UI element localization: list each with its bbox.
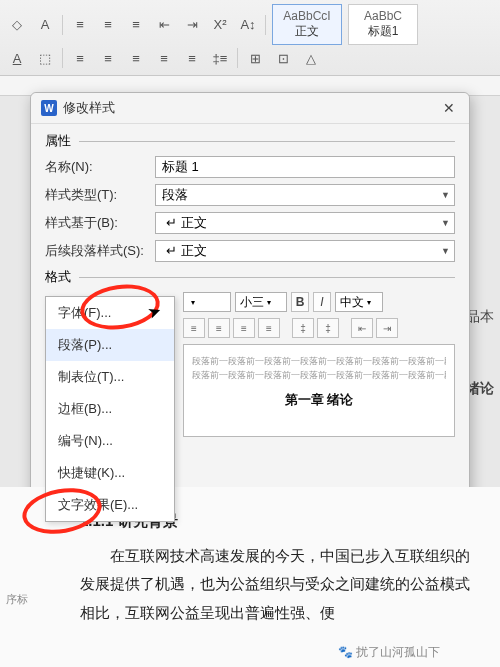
- behind-text-2: 绪论: [466, 380, 494, 398]
- type-label: 样式类型(T):: [45, 186, 155, 204]
- linespacing-icon[interactable]: ‡≡: [209, 48, 231, 68]
- showmarks-icon[interactable]: A↕: [237, 15, 259, 35]
- section-format: 格式: [45, 268, 455, 286]
- indent-inc-btn[interactable]: ⇥: [376, 318, 398, 338]
- multilevel-icon[interactable]: ≡: [125, 15, 147, 35]
- menu-numbering[interactable]: 编号(N)...: [46, 425, 174, 457]
- align-left-icon[interactable]: ≡: [69, 48, 91, 68]
- align-justify-icon[interactable]: ≡: [153, 48, 175, 68]
- bullets-icon[interactable]: ≡: [69, 15, 91, 35]
- spacing-after-btn[interactable]: ‡: [317, 318, 339, 338]
- align-right-btn[interactable]: ≡: [233, 318, 255, 338]
- font-combo[interactable]: ▾: [183, 292, 231, 312]
- next-label: 后续段落样式(S):: [45, 242, 155, 260]
- style-chip-heading1[interactable]: AaBbC 标题1: [348, 4, 418, 45]
- menu-tabs[interactable]: 制表位(T)...: [46, 361, 174, 393]
- menu-paragraph[interactable]: 段落(P)...: [46, 329, 174, 361]
- ribbon-toolbar: ◇ A ≡ ≡ ≡ ⇤ ⇥ X² A↕ AaBbCcI 正文 AaBbC 标题1…: [0, 0, 500, 76]
- italic-button[interactable]: I: [313, 292, 331, 312]
- align-left-btn[interactable]: ≡: [183, 318, 205, 338]
- align-justify-btn[interactable]: ≡: [258, 318, 280, 338]
- menu-texteffect[interactable]: 文字效果(E)...: [46, 489, 174, 521]
- numbering-icon[interactable]: ≡: [97, 15, 119, 35]
- modify-style-dialog: W 修改样式 ✕ 属性 名称(N): 样式类型(T): 段落▼ 样式基于(B):…: [30, 92, 470, 552]
- highlight-icon[interactable]: A: [34, 15, 56, 35]
- shading2-icon[interactable]: △: [300, 48, 322, 68]
- indent-dec-btn[interactable]: ⇤: [351, 318, 373, 338]
- watermark: 扰了山河孤山下: [338, 644, 440, 661]
- indent-dec-icon[interactable]: ⇤: [153, 15, 175, 35]
- menu-shortcut[interactable]: 快捷键(K)...: [46, 457, 174, 489]
- next-combo[interactable]: ↵ 正文▼: [155, 240, 455, 262]
- name-field[interactable]: [155, 156, 455, 178]
- borders-icon[interactable]: ⊡: [272, 48, 294, 68]
- shading-icon[interactable]: ⬚: [34, 48, 56, 68]
- close-icon[interactable]: ✕: [439, 100, 459, 116]
- dialog-title: 修改样式: [63, 99, 439, 117]
- font-color-icon[interactable]: A: [6, 48, 28, 68]
- type-combo[interactable]: 段落▼: [155, 184, 455, 206]
- distribute-icon[interactable]: ≡: [181, 48, 203, 68]
- lang-combo[interactable]: 中文▾: [335, 292, 383, 312]
- bold-button[interactable]: B: [291, 292, 309, 312]
- behind-text-1: 品本: [466, 308, 494, 326]
- spacing-before-btn[interactable]: ‡: [292, 318, 314, 338]
- section-properties: 属性: [45, 132, 455, 150]
- doc-paragraph: 在互联网技术高速发展的今天，中国已步入互联组织的发展提供了机遇，也为公益组织与受…: [80, 542, 470, 628]
- align-center-icon[interactable]: ≡: [97, 48, 119, 68]
- app-icon: W: [41, 100, 57, 116]
- sidebar-label: 序标: [6, 592, 28, 607]
- paragraph-mini-toolbar: ≡ ≡ ≡ ≡ ‡ ‡ ⇤ ⇥: [183, 318, 455, 338]
- dialog-titlebar: W 修改样式 ✕: [31, 93, 469, 124]
- base-combo[interactable]: ↵ 正文▼: [155, 212, 455, 234]
- tabs-icon[interactable]: ⊞: [244, 48, 266, 68]
- align-center-btn[interactable]: ≡: [208, 318, 230, 338]
- size-combo[interactable]: 小三▾: [235, 292, 287, 312]
- format-popup-menu: 字体(F)... 段落(P)... 制表位(T)... 边框(B)... 编号(…: [45, 296, 175, 522]
- sort-icon[interactable]: X²: [209, 15, 231, 35]
- format-mini-toolbar: ▾ 小三▾ B I 中文▾: [183, 292, 455, 312]
- fill-color-icon[interactable]: ◇: [6, 15, 28, 35]
- align-right-icon[interactable]: ≡: [125, 48, 147, 68]
- menu-border[interactable]: 边框(B)...: [46, 393, 174, 425]
- style-preview: 段落前一段落前一段落前一段落前一段落前一段落前一段落前一段落 段落前一段落前一段…: [183, 344, 455, 437]
- name-label: 名称(N):: [45, 158, 155, 176]
- base-label: 样式基于(B):: [45, 214, 155, 232]
- indent-inc-icon[interactable]: ⇥: [181, 15, 203, 35]
- style-chip-body[interactable]: AaBbCcI 正文: [272, 4, 342, 45]
